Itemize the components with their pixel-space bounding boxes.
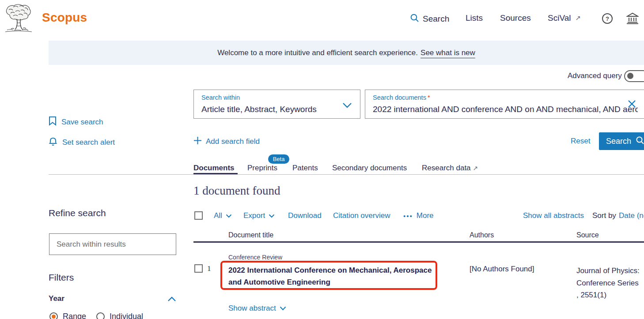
- save-search-button[interactable]: Save search: [49, 116, 103, 128]
- search-submit-label: Search: [606, 137, 631, 146]
- nav-sources[interactable]: Sources: [500, 13, 531, 23]
- add-search-field-button[interactable]: Add search field: [193, 136, 260, 147]
- search-documents-input[interactable]: 2022 international AND conference AND on…: [373, 105, 638, 114]
- row-checkbox[interactable]: [194, 264, 203, 273]
- search-within-select[interactable]: Search within Article title, Abstract, K…: [193, 90, 360, 119]
- ellipsis-icon: •••: [403, 212, 413, 220]
- search-within-results-input[interactable]: [49, 233, 176, 255]
- year-range-label: Range: [63, 312, 86, 319]
- row-index: 1: [207, 264, 211, 273]
- plus-icon: [193, 136, 202, 147]
- clear-query-icon[interactable]: [628, 100, 636, 110]
- scopus-wordmark[interactable]: Scopus: [42, 11, 87, 25]
- filters-title: Filters: [49, 272, 74, 283]
- search-within-value: Article title, Abstract, Keywords: [201, 105, 317, 114]
- search-submit-icon: [636, 136, 644, 147]
- nav-scival[interactable]: SciVal ↗: [548, 13, 581, 23]
- more-menu-label: More: [417, 211, 434, 220]
- year-individual-label: Individual: [110, 312, 143, 319]
- institution-icon[interactable]: [626, 12, 639, 26]
- column-source: Source: [576, 231, 599, 239]
- sort-value-dropdown[interactable]: Date (ne: [619, 211, 644, 220]
- see-what-is-new-link[interactable]: See what is new: [420, 49, 475, 57]
- chevron-down-icon: [269, 214, 275, 218]
- search-within-label: Search within: [201, 94, 240, 101]
- tab-research-data[interactable]: Research data ↗: [422, 164, 478, 173]
- advanced-query-toggle[interactable]: [624, 70, 644, 82]
- row-source-link[interactable]: Journal of Physics: Conference Series , …: [576, 265, 640, 301]
- help-icon[interactable]: ?: [602, 13, 613, 26]
- banner-message: Welcome to a more intuitive and efficien…: [217, 49, 418, 57]
- chevron-down-icon: [342, 102, 352, 110]
- save-search-label: Save search: [61, 118, 103, 127]
- download-button[interactable]: Download: [288, 211, 322, 220]
- refine-search-title: Refine search: [49, 208, 106, 218]
- search-documents-label: Search documents: [373, 94, 426, 101]
- all-dropdown-label: All: [214, 211, 222, 220]
- all-dropdown[interactable]: All: [214, 211, 232, 220]
- show-abstract-label: Show abstract: [228, 304, 276, 313]
- reset-button[interactable]: Reset: [571, 137, 590, 146]
- svg-text:?: ?: [606, 15, 609, 22]
- export-dropdown[interactable]: Export: [243, 211, 275, 220]
- source-line: Conference Series: [576, 277, 640, 289]
- advanced-query-label: Advanced query: [568, 71, 622, 80]
- sort-by-label: Sort by: [592, 211, 616, 220]
- nav-search[interactable]: Search: [410, 13, 449, 25]
- results-count-heading: 1 document found: [193, 184, 280, 198]
- chevron-down-icon: [226, 214, 232, 218]
- bookmark-icon: [49, 116, 57, 128]
- document-title-link[interactable]: 2022 International Conference on Mechani…: [228, 264, 432, 288]
- beta-badge: Beta: [268, 154, 289, 164]
- nav-search-label: Search: [423, 14, 449, 24]
- nav-lists[interactable]: Lists: [466, 13, 483, 23]
- show-abstract-button[interactable]: Show abstract: [228, 304, 286, 313]
- external-link-icon: ↗: [473, 165, 478, 172]
- show-all-abstracts-button[interactable]: Show all abstracts: [523, 211, 584, 220]
- bell-icon: [49, 136, 57, 148]
- tab-documents[interactable]: Documents: [193, 164, 235, 173]
- welcome-banner: Welcome to a more intuitive and efficien…: [49, 41, 644, 65]
- set-search-alert-label: Set search alert: [62, 138, 115, 147]
- filter-year-label: Year: [49, 294, 64, 303]
- nav-scival-label: SciVal: [548, 13, 571, 23]
- tab-preprints[interactable]: Preprints: [247, 164, 277, 173]
- sort-value-clip: Date (ne: [619, 211, 644, 220]
- more-menu-button[interactable]: ••• More: [403, 211, 434, 220]
- row-authors: [No Authors Found]: [470, 265, 534, 274]
- tab-patents[interactable]: Patents: [292, 164, 318, 173]
- source-line: , 2551(1): [576, 289, 640, 301]
- chevron-down-icon: [280, 306, 286, 311]
- chevron-up-icon[interactable]: [167, 296, 176, 304]
- tabs-divider: [49, 174, 644, 175]
- scopus-search-results-page: Scopus Search Lists Sources SciVal ↗ ? W…: [0, 0, 644, 319]
- toggle-knob: [627, 73, 633, 79]
- citation-overview-button[interactable]: Citation overview: [333, 211, 390, 220]
- nav-lists-label: Lists: [466, 13, 483, 23]
- elsevier-tree-logo[interactable]: [4, 4, 34, 33]
- search-documents-field[interactable]: Search documents* 2022 international AND…: [365, 90, 644, 119]
- column-document-title: Document title: [228, 231, 273, 239]
- document-type-label: Conference Review: [228, 254, 282, 261]
- tab-research-data-label: Research data: [422, 164, 471, 172]
- table-header-divider: [193, 241, 644, 243]
- required-asterisk: *: [428, 94, 430, 101]
- tab-secondary-documents[interactable]: Secondary documents: [332, 164, 407, 173]
- add-search-field-label: Add search field: [206, 137, 260, 146]
- year-individual-radio[interactable]: [96, 312, 105, 319]
- year-range-radio[interactable]: [49, 312, 58, 319]
- search-submit-button[interactable]: Search: [599, 132, 644, 150]
- nav-sources-label: Sources: [500, 13, 531, 23]
- select-all-checkbox[interactable]: [194, 211, 203, 220]
- export-dropdown-label: Export: [243, 211, 265, 220]
- set-search-alert-button[interactable]: Set search alert: [49, 136, 115, 148]
- search-icon: [410, 13, 419, 25]
- external-link-icon: ↗: [575, 14, 581, 22]
- source-line: Journal of Physics:: [576, 265, 640, 277]
- column-authors: Authors: [470, 231, 494, 239]
